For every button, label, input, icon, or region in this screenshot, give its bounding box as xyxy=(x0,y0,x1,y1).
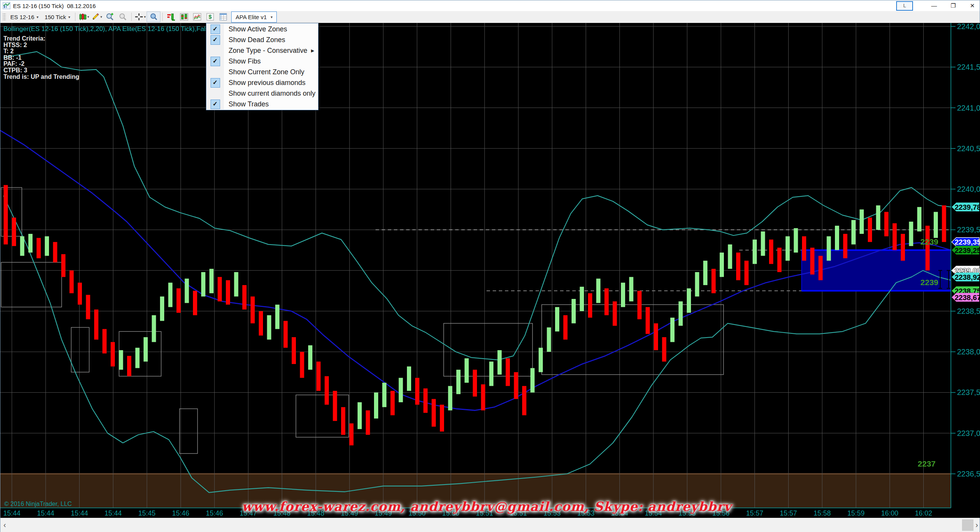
menu-check-gutter xyxy=(206,67,224,77)
svg-text:BB: -1: BB: -1 xyxy=(3,54,21,61)
svg-text:15:44: 15:44 xyxy=(3,509,20,517)
menu-item-label: Show Active Zones xyxy=(224,25,287,33)
menu-item-label: Show Fibs xyxy=(224,57,261,65)
checkbox-checked-icon[interactable]: ✓ xyxy=(211,57,220,66)
menu-check-gutter: ✓ xyxy=(206,34,224,45)
svg-text:2238,92: 2238,92 xyxy=(955,273,980,281)
svg-text:2241,00: 2241,00 xyxy=(957,104,980,112)
svg-text:Trend is: UP and Trending: Trend is: UP and Trending xyxy=(3,73,79,80)
scroll-left-icon[interactable]: ‹ xyxy=(3,521,6,529)
copyright-label: © 2016 NinjaTrader, LLC xyxy=(4,501,72,507)
svg-text:15:59: 15:59 xyxy=(847,509,864,517)
scrollbar-thumb[interactable] xyxy=(962,519,973,531)
submenu-arrow-icon: ▶ xyxy=(311,48,314,53)
menu-item-label: Show Current Zone Only xyxy=(224,68,304,76)
watermark-text: www.forex-warez.com, andreybbrv@gmail.co… xyxy=(238,499,735,514)
chart-area[interactable]: 2239223922372242,002241,502241,002240,50… xyxy=(0,0,980,532)
menu-item-show-previous-diamonds[interactable]: ✓Show previous diamonds xyxy=(206,77,318,88)
svg-text:15:58: 15:58 xyxy=(813,509,831,517)
svg-text:2239,50: 2239,50 xyxy=(957,225,980,234)
svg-text:2239,25: 2239,25 xyxy=(955,246,980,255)
menu-item-label: Zone Type - Conservative xyxy=(224,47,307,55)
svg-text:2240,50: 2240,50 xyxy=(957,144,980,153)
svg-text:2240,00: 2240,00 xyxy=(957,185,980,193)
menu-check-gutter xyxy=(206,88,224,99)
menu-item-zone-type-conservative[interactable]: Zone Type - Conservative▶ xyxy=(206,45,318,56)
checkbox-checked-icon[interactable]: ✓ xyxy=(211,24,220,34)
menu-check-gutter: ✓ xyxy=(206,99,224,109)
menu-item-show-dead-zones[interactable]: ✓Show Dead Zones xyxy=(206,34,318,45)
svg-text:16:02: 16:02 xyxy=(915,509,932,517)
svg-text:T: 2: T: 2 xyxy=(3,48,14,54)
svg-text:2238,50: 2238,50 xyxy=(957,307,980,315)
svg-text:2238,00: 2238,00 xyxy=(957,348,980,356)
svg-text:16:00: 16:00 xyxy=(881,509,898,517)
menu-check-gutter: ✓ xyxy=(206,24,224,34)
svg-text:2237: 2237 xyxy=(918,459,936,468)
svg-text:2236,50: 2236,50 xyxy=(957,470,980,478)
menu-item-show-active-zones[interactable]: ✓Show Active Zones xyxy=(206,24,318,34)
svg-text:15:44: 15:44 xyxy=(105,509,122,517)
menu-item-show-current-diamonds-only[interactable]: Show current diamonds only xyxy=(206,88,318,99)
horizontal-scrollbar[interactable]: ‹ › xyxy=(0,518,980,532)
svg-text:2239,35: 2239,35 xyxy=(955,238,980,246)
svg-text:15:46: 15:46 xyxy=(172,509,189,517)
svg-text:CTPB: 3: CTPB: 3 xyxy=(3,67,27,73)
svg-text:2237,00: 2237,00 xyxy=(957,429,980,437)
svg-text:15:57: 15:57 xyxy=(780,509,797,517)
scroll-right-icon[interactable]: › xyxy=(975,521,978,529)
svg-text:2241,50: 2241,50 xyxy=(957,63,980,71)
svg-text:15:44: 15:44 xyxy=(71,509,88,517)
svg-text:15:57: 15:57 xyxy=(746,509,763,517)
svg-text:Trend Criteria:: Trend Criteria: xyxy=(3,35,45,42)
checkbox-checked-icon[interactable]: ✓ xyxy=(211,78,220,88)
strategy-menu: ✓Show Active Zones✓Show Dead ZonesZone T… xyxy=(206,23,318,110)
svg-text:2239: 2239 xyxy=(920,237,938,246)
menu-item-show-fibs[interactable]: ✓Show Fibs xyxy=(206,56,318,67)
svg-text:15:46: 15:46 xyxy=(206,509,223,517)
svg-text:2238,67: 2238,67 xyxy=(955,294,980,302)
svg-text:15:45: 15:45 xyxy=(138,509,155,517)
checkbox-checked-icon[interactable]: ✓ xyxy=(211,100,220,109)
menu-item-label: Show previous diamonds xyxy=(224,79,305,87)
chart-window: ES 12-16 (150 Tick) 08.12.2016 L — ❐ ✕ E… xyxy=(0,0,980,532)
svg-text:2239,78: 2239,78 xyxy=(955,203,980,211)
menu-item-show-current-zone-only[interactable]: Show Current Zone Only xyxy=(206,67,318,77)
checkbox-checked-icon[interactable]: ✓ xyxy=(211,35,220,45)
svg-text:HTSS: 2: HTSS: 2 xyxy=(3,42,27,48)
menu-item-label: Show Dead Zones xyxy=(224,36,285,44)
menu-item-label: Show Trades xyxy=(224,100,269,108)
svg-text:2242,00: 2242,00 xyxy=(957,22,980,31)
menu-check-gutter: ✓ xyxy=(206,77,224,88)
svg-text:2239: 2239 xyxy=(920,278,938,287)
svg-text:15:44: 15:44 xyxy=(37,509,54,517)
menu-check-gutter: ✓ xyxy=(206,56,224,67)
menu-item-label: Show current diamonds only xyxy=(224,90,315,98)
menu-item-show-trades[interactable]: ✓Show Trades xyxy=(206,99,318,109)
svg-text:PAF: -2: PAF: -2 xyxy=(3,60,24,67)
svg-text:2237,50: 2237,50 xyxy=(957,388,980,397)
menu-check-gutter xyxy=(206,45,224,56)
